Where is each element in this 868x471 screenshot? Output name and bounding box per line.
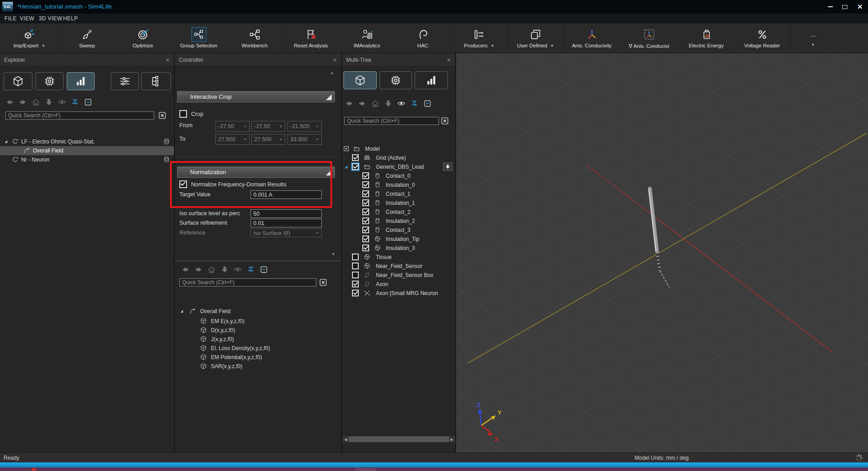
tree-row-field[interactable]: El. Loss Density(x,y,z,f0): [175, 344, 341, 353]
visibility-checkbox[interactable]: [352, 163, 359, 170]
back-arrow-icon[interactable]: [5, 98, 14, 106]
toolbar-user-defined[interactable]: User Defined▼: [507, 23, 563, 53]
crop-to-z-stepper[interactable]: 33.500▼: [288, 134, 322, 145]
tree-row-nr-neuron[interactable]: Nr - Neuron: [0, 155, 174, 164]
tree-row-generic-dbs-lead[interactable]: ◢ Generic_DBS_Lead: [342, 162, 455, 171]
spinner-down-icon[interactable]: ▼: [279, 125, 283, 129]
normalize-frequency-checkbox[interactable]: [179, 180, 187, 188]
menu-file[interactable]: FILE: [5, 14, 17, 23]
tree-row-near-field-sensor[interactable]: Near_Field_Sensor: [342, 262, 455, 271]
home-icon[interactable]: [207, 265, 216, 274]
crop-from-y-stepper[interactable]: -27.50▼: [251, 121, 285, 132]
crop-from-x-stepper[interactable]: -27.50▼: [215, 121, 250, 132]
database-icon[interactable]: [163, 156, 170, 163]
multitree-mode-model-button[interactable]: [343, 71, 377, 89]
forward-arrow-icon[interactable]: [358, 99, 366, 108]
eye-icon[interactable]: [58, 98, 66, 106]
clear-search-icon[interactable]: [158, 111, 167, 120]
controller-search-input[interactable]: [179, 278, 316, 286]
visibility-checkbox[interactable]: [362, 236, 369, 242]
visibility-checkbox[interactable]: [362, 226, 369, 233]
tree-row-insulation-3[interactable]: Insulation_3: [342, 244, 455, 253]
panel-splitter[interactable]: [341, 53, 342, 453]
back-arrow-icon[interactable]: [345, 99, 353, 108]
toolbar-anis-conducivity[interactable]: Anis. Conducivity: [564, 23, 620, 53]
menu-help[interactable]: HELP: [63, 14, 78, 23]
explorer-search-input[interactable]: [5, 111, 154, 120]
toolbar-reset-analysis[interactable]: Reset Analysis: [283, 23, 339, 53]
visibility-checkbox[interactable]: [352, 281, 359, 287]
forward-arrow-icon[interactable]: [18, 98, 27, 106]
collapse-minus-icon[interactable]: [84, 98, 92, 106]
tree-row-insulation-2[interactable]: Insulation_2: [342, 217, 455, 226]
tree-row-overall-field[interactable]: Overall Field: [0, 146, 174, 155]
visibility-checkbox[interactable]: [362, 181, 369, 188]
home-icon[interactable]: [371, 99, 379, 108]
tree-row-grid[interactable]: Grid (Active): [342, 153, 455, 162]
interactive-crop-header[interactable]: Interactive Crop: [177, 91, 335, 102]
tree-row-insulation-0[interactable]: Insulation_0: [342, 180, 455, 189]
zoom-z-icon[interactable]: [71, 98, 79, 106]
spinner-down-icon[interactable]: ▼: [243, 138, 247, 142]
visibility-checkbox[interactable]: [352, 272, 359, 278]
tree-row-contact-0[interactable]: Contact_0: [342, 171, 455, 180]
toolbar-imanalytics[interactable]: IMAnalytics: [339, 23, 395, 53]
menu-3d-view[interactable]: 3D VIEW: [39, 14, 62, 23]
horizontal-splitter[interactable]: [175, 260, 342, 262]
visibility-checkbox[interactable]: [362, 245, 369, 251]
multitree-search-input[interactable]: [344, 117, 439, 125]
toolbar-overflow[interactable]: ... ▼: [790, 23, 836, 53]
down-arrow-icon[interactable]: [45, 98, 53, 106]
database-icon[interactable]: [163, 138, 170, 145]
down-arrow-icon[interactable]: [384, 99, 393, 108]
tree-row-field[interactable]: EM E(x,y,z,f0): [175, 317, 341, 326]
tree-row-contact-1[interactable]: Contact_1: [342, 189, 455, 199]
close-icon[interactable]: ×: [333, 53, 337, 67]
eye-icon[interactable]: [397, 99, 406, 108]
explorer-filter-button[interactable]: [111, 72, 139, 90]
spinner-down-icon[interactable]: ▼: [279, 138, 283, 142]
eye-icon[interactable]: [233, 265, 242, 274]
toolbar-optimize[interactable]: Optimize: [115, 23, 171, 53]
visibility-checkbox[interactable]: [362, 190, 369, 197]
down-arrow-icon[interactable]: [220, 265, 229, 274]
visibility-checkbox[interactable]: [352, 154, 359, 161]
home-icon[interactable]: [32, 98, 40, 106]
visibility-checkbox[interactable]: [352, 254, 359, 260]
toolbar-producers[interactable]: Producers▼: [451, 23, 507, 53]
tree-row-field[interactable]: EM Potential(x,y,z,f0): [175, 353, 341, 362]
visibility-checkbox[interactable]: [362, 199, 369, 206]
tree-row-insulation-tip[interactable]: Insulation_Tip: [342, 235, 455, 244]
multitree-mode-simulation-button[interactable]: [379, 71, 412, 89]
explorer-mode-model-button[interactable]: [4, 72, 32, 90]
crop-to-x-stepper[interactable]: 27.500▼: [215, 134, 250, 145]
explorer-hierarchy-button[interactable]: [141, 72, 171, 90]
tree-row-model[interactable]: Model: [342, 144, 455, 153]
partial-checkbox[interactable]: [344, 146, 349, 151]
scroll-left-icon[interactable]: ◀: [343, 437, 349, 442]
surface-refinement-field[interactable]: 0.01: [251, 219, 322, 227]
expander-icon[interactable]: ◢: [345, 162, 347, 171]
normalization-header[interactable]: Normalization: [177, 166, 335, 178]
toolbar-hac[interactable]: HAC: [395, 23, 451, 53]
spinner-down-icon[interactable]: ▼: [243, 125, 247, 129]
explorer-mode-analysis-button[interactable]: [67, 72, 95, 90]
tree-row-field[interactable]: D(x,y,z,f0): [175, 326, 341, 335]
tree-row-axon-mrg-neuron[interactable]: Axon [Small MRG Neuron: [342, 289, 455, 298]
tree-row-contact-3[interactable]: Contact_3: [342, 226, 455, 235]
crop-checkbox[interactable]: [179, 110, 187, 118]
target-value-field[interactable]: 0.001 A: [251, 190, 322, 199]
crop-from-z-stepper[interactable]: -21.500▼: [288, 121, 322, 132]
horizontal-scrollbar[interactable]: ◀ ▶: [343, 436, 455, 443]
toolbar-workbench[interactable]: Workbench: [227, 23, 283, 53]
tree-row-tissue[interactable]: Tissue: [342, 253, 455, 262]
close-button[interactable]: ×: [852, 0, 868, 14]
collapse-minus-icon[interactable]: [423, 99, 432, 108]
spinner-down-icon[interactable]: ▼: [315, 125, 319, 129]
back-arrow-icon[interactable]: [181, 265, 190, 274]
forward-arrow-icon[interactable]: [194, 265, 203, 274]
menu-view[interactable]: VIEW: [20, 14, 34, 23]
tree-row-axon[interactable]: Axon: [342, 280, 455, 289]
multitree-mode-analysis-button[interactable]: [415, 71, 448, 89]
toolbar-electric-energy[interactable]: Electric Energy: [678, 23, 734, 53]
